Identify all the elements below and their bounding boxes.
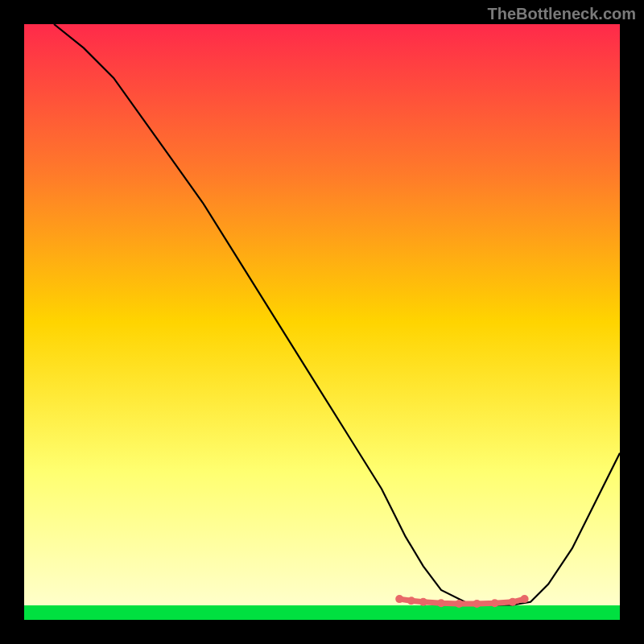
svg-point-4 [437, 599, 445, 607]
svg-point-6 [473, 600, 481, 608]
svg-point-8 [509, 598, 517, 606]
watermark-label: TheBottleneck.com [488, 5, 636, 23]
svg-point-2 [407, 597, 415, 605]
svg-point-3 [419, 598, 427, 606]
curve-layer [24, 24, 620, 620]
svg-point-7 [491, 599, 499, 607]
chart-outer: TheBottleneck.com [0, 0, 644, 644]
optimal-range-markers [395, 595, 528, 608]
svg-point-1 [395, 595, 403, 603]
plot-area [24, 24, 620, 620]
svg-point-5 [455, 600, 463, 608]
bottleneck-curve [54, 24, 620, 605]
svg-point-9 [521, 595, 529, 603]
